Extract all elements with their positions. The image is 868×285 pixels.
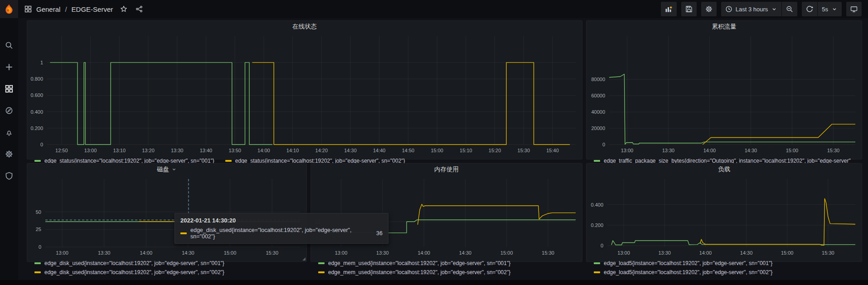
breadcrumb: General / EDGE-Server (24, 5, 143, 13)
x-tick-label: 15:00 (424, 148, 450, 153)
y-tick-label: 0 (27, 141, 43, 148)
x-tick-label: 12:50 (49, 148, 74, 153)
add-panel-button[interactable] (661, 2, 677, 16)
series-line (50, 63, 272, 145)
panel-online-status: 在线状态 10.8000.6000.4000.200012:5013:0013:… (27, 20, 582, 159)
dashboards-grid-icon (5, 85, 13, 93)
panel-title: 负载 (718, 165, 730, 174)
legend-swatch (594, 271, 600, 273)
dashboard-grid-icon (24, 5, 32, 13)
y-tick-label: 0 (587, 242, 603, 249)
sidebar-item-dashboards[interactable] (0, 79, 18, 99)
x-tick-label: 15:30 (820, 148, 846, 153)
sidebar-item-alerting[interactable] (0, 122, 18, 142)
save-icon (685, 5, 693, 13)
breadcrumb-section[interactable]: General (36, 5, 60, 13)
y-tick-label: 0.400 (587, 202, 603, 208)
sidebar-item-configuration[interactable] (0, 144, 18, 164)
legend-swatch (318, 271, 325, 273)
legend-item[interactable]: edge_disk_used{instance="localhost:19202… (34, 269, 303, 275)
y-tick-label: 1 (27, 59, 43, 66)
tooltip-swatch (180, 232, 187, 234)
x-tick-label: 13:20 (136, 148, 161, 153)
y-tick-label: 50 (27, 209, 41, 215)
bell-icon (5, 128, 13, 136)
gear-icon (705, 5, 713, 13)
y-tick-label: 0.200 (27, 125, 43, 131)
x-tick-label: 14:20 (309, 148, 334, 153)
y-tick-label: 0.800 (27, 76, 43, 82)
time-range-picker[interactable]: Last 3 hours (721, 2, 782, 16)
share-button[interactable] (136, 5, 143, 13)
legend-swatch (594, 160, 600, 162)
y-tick-label: 40000 (587, 109, 605, 115)
tooltip-series-row: edge_disk_used{instance="localhost:19202… (180, 227, 383, 240)
sidebar-item-explore[interactable] (0, 101, 18, 121)
x-tick-label: 15:00 (218, 250, 243, 256)
x-tick-label: 13:00 (49, 250, 75, 256)
dashboard-settings-button[interactable] (701, 2, 717, 16)
panel-header-memory[interactable]: 内存使用 (311, 164, 582, 175)
legend-swatch (34, 271, 41, 273)
x-tick-label: 13:30 (92, 250, 117, 256)
panel-title: 在线状态 (292, 23, 317, 31)
star-button[interactable] (120, 5, 127, 13)
x-tick-label: 14:30 (175, 250, 201, 256)
panel-menu-caret-icon (171, 167, 177, 172)
x-tick-label: 13:30 (165, 148, 190, 153)
sidebar-item-create[interactable] (0, 57, 18, 77)
chart-load[interactable]: 0.4000.200013:0013:3014:0014:3015:0015:3… (587, 175, 862, 260)
refresh-button[interactable] (802, 2, 817, 16)
x-tick-label: 14:00 (693, 250, 718, 256)
legend-item[interactable]: edge_mem_used{instance="localhost:19202"… (318, 260, 578, 266)
x-tick-label: 15:30 (511, 148, 536, 153)
x-tick-label: 13:40 (193, 148, 218, 153)
legend-swatch (34, 262, 41, 264)
legend-item[interactable]: edge_disk_used{instance="localhost:19202… (34, 260, 303, 266)
legend-item[interactable]: edge_mem_used{instance="localhost:19202"… (318, 269, 578, 275)
legend-label: edge_disk_used{instance="localhost:19202… (44, 260, 224, 266)
panel-header-traffic[interactable]: 累积流量 (587, 21, 862, 33)
x-tick-label: 13:00 (611, 250, 636, 256)
zoom-out-button[interactable] (782, 2, 797, 16)
sidebar-item-server-admin[interactable] (0, 166, 18, 186)
grafana-flame-icon (3, 3, 15, 15)
panel-header-online-status[interactable]: 在线状态 (27, 21, 582, 33)
panel-header-disk[interactable]: 磁盘 (27, 164, 306, 175)
legend-swatch (318, 262, 325, 264)
panel-disk: 磁盘 5025013:0013:3014:0014:3015:0015:30 e… (27, 163, 307, 262)
x-tick-label: 15:30 (259, 250, 285, 256)
legend-label: edge_load5{instance="localhost:19202", j… (604, 269, 772, 275)
chart-traffic[interactable]: 80000600004000020000013:0013:3014:0014:3… (587, 33, 862, 157)
refresh-interval-dropdown[interactable]: 5s (818, 2, 842, 16)
y-tick-label: 0.200 (587, 222, 603, 228)
tv-mode-button[interactable] (846, 2, 862, 16)
sidebar-item-search[interactable] (0, 35, 18, 55)
legend-memory: edge_mem_used{instance="localhost:19202"… (311, 260, 582, 279)
sidebar (0, 18, 18, 280)
zoom-out-icon (786, 5, 793, 13)
plus-icon (5, 63, 13, 71)
legend-item[interactable]: edge_load5{instance="localhost:19202", j… (594, 269, 858, 275)
x-tick-label: 13:30 (370, 250, 395, 256)
x-tick-label: 14:30 (734, 250, 759, 256)
legend-swatch (594, 262, 600, 264)
tooltip-series-label: edge_disk_used{instance="localhost:19202… (190, 227, 364, 240)
series-line (703, 124, 855, 145)
refresh-icon (806, 5, 813, 13)
x-tick-label: 15:30 (815, 250, 841, 256)
save-dashboard-button[interactable] (681, 2, 697, 16)
legend-item[interactable]: edge_load5{instance="localhost:19202", j… (594, 260, 858, 266)
chart-online-status[interactable]: 10.8000.6000.4000.200012:5013:0013:1013:… (27, 33, 582, 157)
tooltip-timestamp: 2022-01-21 14:30:20 (180, 217, 383, 224)
y-tick-label: 80000 (587, 76, 605, 82)
y-tick-label: 0 (587, 141, 605, 148)
panel-header-load[interactable]: 负载 (587, 164, 862, 175)
y-tick-label: 0.600 (27, 92, 43, 98)
panel-resize-handle[interactable] (302, 257, 305, 261)
series-line (700, 198, 855, 245)
grafana-logo[interactable] (0, 0, 18, 18)
legend-label: edge_mem_used{instance="localhost:19202"… (328, 260, 510, 266)
chevron-down-icon (831, 6, 838, 12)
bottom-strip (0, 280, 868, 285)
